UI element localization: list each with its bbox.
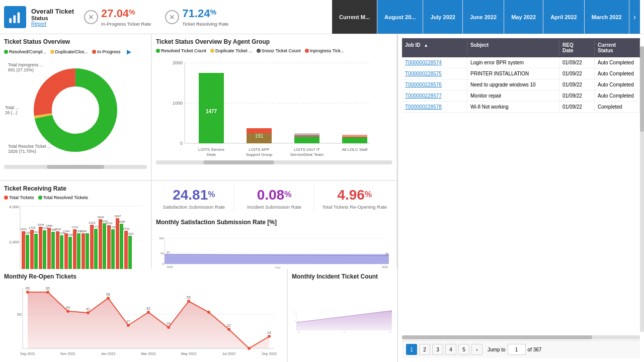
cell-date-1: 01/09/22 [559, 57, 595, 68]
svg-rect-2 [18, 12, 20, 23]
cell-status-3: Auto Completed [595, 79, 640, 90]
col-status[interactable]: CurrentStatus [595, 40, 640, 55]
tab-may-2022[interactable]: May 2022 [504, 0, 543, 34]
donut-label-inprogress: Total Inprogress ...691 (27.15%) [8, 62, 43, 72]
reopen-chart-svg: 50 [4, 283, 283, 361]
page-btn-2[interactable]: 2 [419, 344, 430, 355]
svg-rect-20 [247, 133, 272, 143]
svg-text:3048: 3048 [37, 223, 44, 226]
svg-text:Support Group: Support Group [246, 152, 273, 157]
svg-text:100: 100 [159, 237, 164, 240]
svg-text:2722: 2722 [71, 226, 78, 229]
col-req-date[interactable]: REQDate [559, 40, 595, 55]
recv-dot-total [4, 196, 8, 200]
svg-text:37: 37 [167, 251, 170, 254]
page-btn-3[interactable]: 3 [432, 344, 443, 355]
svg-point-127 [268, 335, 271, 338]
cell-subject-4: Monitor repair [467, 90, 559, 101]
svg-rect-70 [94, 229, 98, 275]
table-row: T000000228574 Login error BPR system 01/… [402, 57, 640, 68]
svg-text:2022: 2022 [382, 265, 388, 268]
svg-rect-25 [294, 133, 319, 137]
page-btn-next[interactable]: › [471, 344, 482, 355]
svg-point-117 [66, 310, 69, 313]
incident-chart-title: Monthly Incident Ticket Count [292, 273, 393, 280]
svg-text:3242: 3242 [106, 222, 113, 225]
donut-label-duplicate: Total ...26 (...) [5, 105, 19, 115]
cell-subject-2: PRINTER INSTALLATION [467, 68, 559, 79]
agent-dot-duplicate [210, 49, 214, 53]
svg-text:LOITS APP: LOITS APP [249, 147, 270, 152]
cell-date-4: 01/09/22 [559, 90, 595, 101]
col-subject[interactable]: Subject [467, 40, 559, 55]
table-scroll-area[interactable]: T000000228574 Login error BPR system 01/… [402, 57, 640, 334]
page-btn-5[interactable]: 5 [458, 344, 469, 355]
table-h-scrollbar[interactable] [402, 335, 640, 339]
cell-job-id-1[interactable]: T000000228574 [402, 57, 467, 68]
agent-legend: Resolved Ticket Count Duplicate Ticket .… [156, 48, 392, 53]
nav-next-arrow[interactable]: › [629, 0, 640, 34]
svg-point-120 [127, 324, 130, 327]
resolving-rate-label: Ticket Resolving Rate [182, 21, 228, 27]
table-header: Job ID ▲ Subject REQDate CurrentStatus [402, 38, 640, 57]
donut-scrollbar[interactable] [4, 165, 147, 169]
tab-current-month[interactable]: Current M... [332, 0, 377, 34]
table-v-scrollbar[interactable] [640, 46, 644, 332]
title-main: Overall Ticket [31, 8, 74, 15]
svg-text:0: 0 [180, 141, 183, 146]
legend-duplicate: Duplicate/Clos... [50, 48, 89, 55]
agent-chart-scrollbar[interactable] [156, 160, 392, 164]
svg-point-125 [227, 328, 230, 331]
inprogress-rate-badge: ✕ 27.04% In-Progress Ticket Rate [84, 7, 151, 27]
svg-text:30: 30 [295, 311, 296, 313]
donut-chart-container: Total Inprogress ...691 (27.15%) Total .… [4, 57, 147, 163]
table-h-scrollbar-thumb [402, 335, 592, 339]
tab-apr-2022[interactable]: April 2022 [543, 0, 585, 34]
page-btn-1[interactable]: 1 [406, 344, 417, 355]
cell-job-id-4[interactable]: T000000228577 [402, 90, 467, 101]
jump-to-input[interactable] [508, 344, 526, 355]
page-btn-4[interactable]: 4 [445, 344, 456, 355]
nav-tab-bar: Current M... August 20... July 2022 June… [332, 0, 640, 34]
report-link[interactable]: Report [31, 21, 74, 27]
col-job-id[interactable]: Job ID ▲ [402, 40, 467, 55]
incident-pct: % [284, 190, 291, 199]
metric-divider-1 [234, 185, 234, 212]
svg-text:41: 41 [86, 307, 90, 311]
cell-job-id-5[interactable]: T000000228578 [402, 102, 467, 112]
receiving-legend-resolved: Total Resolved Tickets [38, 195, 89, 200]
svg-text:2344: 2344 [63, 230, 70, 233]
svg-rect-0 [9, 18, 12, 23]
resolving-rate-value: 71.24 [182, 7, 210, 20]
agent-legend-resolved: Resolved Ticket Count [156, 48, 206, 53]
svg-text:0: 0 [162, 262, 164, 265]
tab-jul-2022[interactable]: July 2022 [423, 0, 463, 34]
donut-scrollbar-thumb [47, 165, 104, 169]
cell-job-id-3[interactable]: T000000228576 [402, 79, 467, 90]
cell-subject-3: Need to upgrade windows 10 [467, 79, 559, 90]
cell-date-2: 01/09/22 [559, 68, 595, 79]
tab-aug-2022[interactable]: August 20... [377, 0, 423, 34]
legend-expand-arrow[interactable]: ▶ [127, 48, 131, 55]
agent-legend-inprogress: Inprogress Tick... [305, 48, 345, 53]
total-pages-label: of 367 [528, 347, 542, 352]
incident-value: 0.08 [257, 187, 285, 203]
svg-marker-114 [28, 292, 269, 348]
app-logo [4, 6, 26, 28]
agent-legend-resolved-label: Resolved Ticket Count [161, 48, 206, 53]
cell-job-id-2[interactable]: T000000228575 [402, 68, 467, 79]
satisfaction-value: 24.81 [173, 187, 208, 203]
incident-chart-panel: Monthly Incident Ticket Count 30 20 19 [288, 269, 397, 362]
legend-inprogress: In-Progress [92, 48, 121, 55]
tab-mar-2022[interactable]: March 2022 [585, 0, 629, 34]
svg-text:2000: 2000 [173, 60, 183, 65]
svg-text:Sep 2021: Sep 2021 [20, 352, 35, 356]
svg-text:Desk: Desk [207, 152, 216, 157]
donut-label-resolved: Total Resolve Ticket ...1826 (71.75%) [8, 144, 51, 154]
title-sub: Status [31, 15, 74, 21]
svg-text:2,000: 2,000 [9, 240, 20, 244]
svg-text:14: 14 [267, 331, 271, 334]
inprogress-icon: ✕ [84, 10, 98, 24]
satisfaction-pct: % [208, 190, 215, 199]
tab-jun-2022[interactable]: June 2022 [463, 0, 504, 34]
